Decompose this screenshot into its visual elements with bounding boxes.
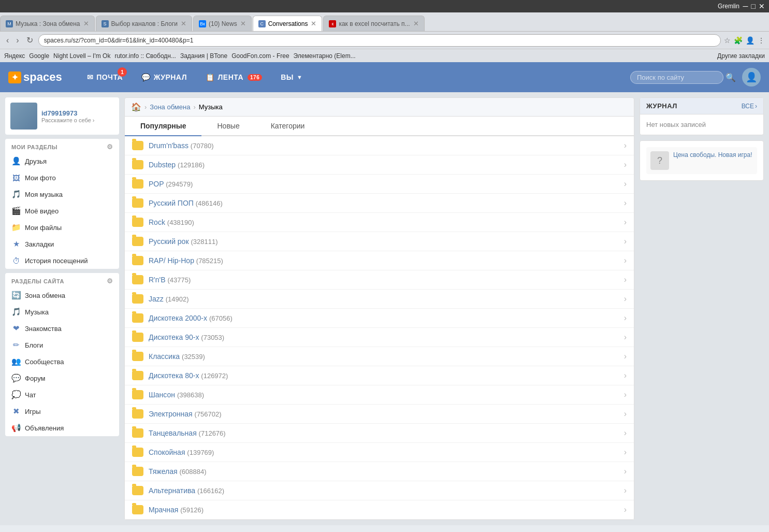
content-tab-new[interactable]: Новые: [201, 117, 255, 136]
tab-close-icon[interactable]: ✕: [311, 20, 316, 27]
my-sections-gear-icon[interactable]: ⚙: [107, 143, 113, 151]
music-item-17[interactable]: Тяжелая (608884) ›: [125, 462, 634, 481]
music-item-12[interactable]: Дискотека 80-х (126972) ›: [125, 366, 634, 385]
nav-item-profile[interactable]: ВЫ ▼: [271, 62, 312, 92]
sidebar-my-item-4[interactable]: 📁Мои файлы: [5, 219, 119, 236]
music-item-name-13: Шансон (398638): [149, 391, 624, 399]
tab-close-icon[interactable]: ✕: [181, 20, 186, 27]
folder-icon-18: [132, 486, 143, 495]
sidebar-my-item-6[interactable]: ⏱История посещений: [5, 252, 119, 269]
music-item-name-8: Jazz (14902): [149, 295, 624, 303]
music-item-16[interactable]: Спокойная (139769) ›: [125, 443, 634, 462]
search-input[interactable]: [630, 71, 723, 84]
tab-close-icon[interactable]: ✕: [240, 20, 246, 27]
url-bar[interactable]: [38, 34, 721, 47]
music-item-15[interactable]: Танцевальная (712676) ›: [125, 424, 634, 443]
logo[interactable]: ✦ spaces: [8, 70, 62, 84]
sidebar-site-item-0[interactable]: 🔄Зона обмена: [5, 287, 119, 304]
bookmark-item-6[interactable]: Элементарно (Elem...: [294, 52, 356, 60]
sidebar-my-item-3[interactable]: 🎬Моё видео: [5, 203, 119, 219]
music-item-name-2: POP (294579): [149, 180, 624, 188]
chevron-right-icon-19: ›: [624, 505, 627, 514]
music-item-1[interactable]: Dubstep (129186) ›: [125, 155, 634, 175]
sidebar-icon-my-6: ⏱: [11, 256, 21, 265]
nav-item-feed[interactable]: 📋ЛЕНТА176: [196, 62, 271, 92]
reload-button[interactable]: ↻: [24, 34, 35, 46]
sidebar-label-site-4: Сообщества: [25, 358, 64, 366]
breadcrumb-home-icon[interactable]: 🏠: [131, 102, 141, 112]
user-desc[interactable]: Расскажите о себе ›: [41, 117, 95, 123]
music-item-10[interactable]: Дискотека 90-х (73053) ›: [125, 328, 634, 347]
folder-icon-12: [132, 371, 143, 380]
sidebar-my-item-1[interactable]: 🖼Мои фото: [5, 169, 119, 186]
music-item-0[interactable]: Drum'n'bass (70780) ›: [125, 136, 634, 155]
sidebar-my-item-5[interactable]: ★Закладки: [5, 236, 119, 252]
bookmark-item-0[interactable]: Яндекс: [4, 52, 25, 60]
bookmark-item-7[interactable]: Другие закладки: [717, 52, 765, 60]
nav-icon-journal: 💬: [141, 73, 151, 81]
promo-text-link[interactable]: Цена свободы. Новая игра!: [673, 151, 752, 159]
music-item-13[interactable]: Шансон (398638) ›: [125, 385, 634, 405]
sidebar-site-item-8[interactable]: 📢Объявления: [5, 420, 119, 436]
sidebar-site-item-6[interactable]: 💭Чат: [5, 386, 119, 403]
sidebar-site-item-5[interactable]: 💬Форум: [5, 370, 119, 386]
menu-icon[interactable]: ⋮: [758, 36, 765, 45]
breadcrumb-current: Музыка: [199, 103, 223, 111]
music-item-9[interactable]: Дискотека 2000-х (67056) ›: [125, 309, 634, 328]
bookmark-item-4[interactable]: Задания | BTone: [180, 52, 227, 60]
music-item-6[interactable]: RAP/ Hip-Hop (785215) ›: [125, 251, 634, 270]
sidebar-site-item-2[interactable]: ❤Знакомства: [5, 320, 119, 337]
breadcrumb-sep1: ›: [144, 103, 147, 111]
tab-close-icon[interactable]: ✕: [83, 20, 89, 27]
music-item-18[interactable]: Альтернатива (166162) ›: [125, 481, 634, 500]
music-item-14[interactable]: Электронная (756702) ›: [125, 405, 634, 424]
tab-close-icon[interactable]: ✕: [413, 20, 419, 27]
browser-tab-tab2[interactable]: S Выбор каналов : Блоги ✕: [96, 16, 193, 31]
sidebar-site-item-4[interactable]: 👥Сообщества: [5, 353, 119, 370]
music-item-name-5: Русский рок (328111): [149, 237, 624, 246]
nav-item-journal[interactable]: 💬ЖУРНАЛ: [132, 62, 196, 92]
maximize-btn[interactable]: □: [751, 2, 756, 10]
back-button[interactable]: ‹: [4, 35, 11, 46]
music-item-3[interactable]: Русский ПОП (486146) ›: [125, 194, 634, 213]
sidebar-site-item-3[interactable]: ✏Блоги: [5, 337, 119, 353]
extensions-icon[interactable]: 🧩: [734, 36, 743, 45]
search-button[interactable]: 🔍: [726, 73, 736, 82]
content-tab-popular[interactable]: Популярные: [125, 117, 201, 136]
minimize-btn[interactable]: ─: [743, 2, 748, 10]
browser-tab-tab5[interactable]: к как в excel посчитать п... ✕: [323, 16, 424, 31]
sidebar-my-item-2[interactable]: 🎵Моя музыка: [5, 186, 119, 203]
user-id[interactable]: id79919973: [41, 109, 95, 117]
bookmark-item-3[interactable]: rutor.info :: Свободн...: [114, 52, 176, 60]
forward-button[interactable]: ›: [14, 35, 21, 46]
sidebar-icon-my-2: 🎵: [11, 190, 21, 199]
journal-all-link[interactable]: ВСЕ ›: [742, 103, 757, 110]
browser-tab-tab4[interactable]: C Conversations ✕: [253, 16, 323, 31]
music-item-8[interactable]: Jazz (14902) ›: [125, 290, 634, 309]
tab-label: (10) News: [209, 20, 237, 27]
sidebar-my-item-0[interactable]: 👤Друзья: [5, 153, 119, 169]
nav-label-profile: ВЫ: [281, 73, 294, 81]
profile-icon[interactable]: 👤: [746, 36, 755, 45]
nav-avatar[interactable]: 👤: [742, 68, 761, 87]
nav-item-mail[interactable]: ✉ПОЧТА1: [78, 62, 133, 92]
music-item-4[interactable]: Rock (438190) ›: [125, 213, 634, 232]
music-item-7[interactable]: R'n'B (43775) ›: [125, 270, 634, 290]
content-tab-categories[interactable]: Категории: [255, 117, 321, 136]
music-item-11[interactable]: Классика (32539) ›: [125, 347, 634, 366]
site-sections-gear-icon[interactable]: ⚙: [107, 277, 113, 285]
music-item-5[interactable]: Русский рок (328111) ›: [125, 232, 634, 251]
sidebar-site-item-7[interactable]: ✖Игры: [5, 403, 119, 420]
bookmark-item-1[interactable]: Google: [29, 52, 49, 60]
browser-tab-tab3[interactable]: Вк (10) News ✕: [193, 16, 252, 31]
music-item-19[interactable]: Мрачная (59126) ›: [125, 500, 634, 520]
bookmark-item-5[interactable]: GoodFon.com - Free: [231, 52, 289, 60]
bookmark-item-2[interactable]: Night Lovell – I'm Ok: [53, 52, 110, 60]
sidebar-site-item-1[interactable]: 🎵Музыка: [5, 304, 119, 320]
sidebar-icon-site-8: 📢: [11, 423, 21, 433]
bookmark-star-icon[interactable]: ☆: [724, 36, 731, 45]
browser-tab-tab1[interactable]: M Музыка : Зона обмена ✕: [0, 16, 95, 31]
close-btn[interactable]: ✕: [759, 2, 765, 10]
music-item-2[interactable]: POP (294579) ›: [125, 175, 634, 194]
breadcrumb-link-exchange[interactable]: Зона обмена: [150, 103, 190, 111]
